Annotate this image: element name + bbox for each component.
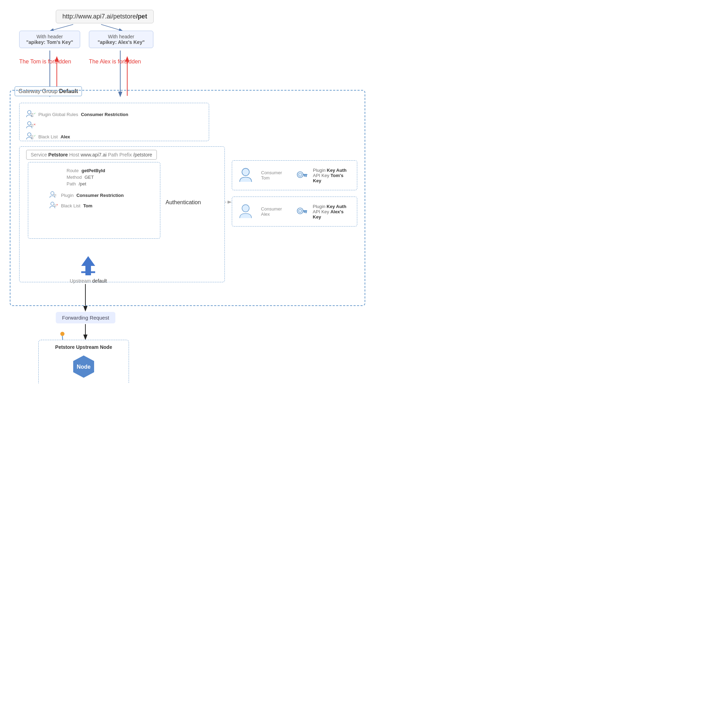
route-name-row: Route getPetById [67, 168, 105, 173]
auth-text: Authentication [166, 199, 201, 205]
service-path-prefix: Path Prefix [108, 152, 133, 158]
route-name: getPetById [82, 168, 105, 173]
header-alex-line2: "apikey: Alex's Key" [98, 40, 145, 45]
route-bl-bold: Tom [83, 203, 92, 208]
svg-line-1 [101, 24, 122, 31]
upstream-label: Upstream default [70, 278, 107, 284]
svg-text:✓: ✓ [34, 135, 35, 137]
upstream-node-box: Petstore Upstream Node Node [38, 340, 129, 383]
consumer-tom-avatar [238, 166, 255, 185]
global-rules-box: ✓ Plugin Global Rules Consumer Restricti… [19, 103, 209, 141]
route-path-row: Path /pet [67, 181, 105, 186]
header-tom-line1: With header [37, 34, 63, 40]
consumer-alex-key-icon [296, 205, 307, 218]
plugin-user-check-icon: ✓ [26, 110, 35, 119]
route-plugin-bold: Consumer Restriction [76, 193, 124, 198]
header-tom-box: With header "apikey: Tom's Key" [19, 31, 80, 48]
svg-point-19 [28, 133, 31, 136]
consumer-tom-apikey: API Key Tom's Key [313, 173, 351, 183]
url-bold: /pet [136, 13, 147, 20]
svg-point-24 [60, 332, 65, 336]
upstream-node-label: Petstore Upstream Node [55, 344, 112, 350]
consumer-tom-box: Consumer Tom Plugin Key Auth API Key Tom… [232, 160, 357, 190]
service-path: /petstore [133, 152, 152, 158]
svg-rect-46 [305, 211, 307, 213]
blacklist-alex-bold: Alex [61, 134, 70, 139]
route-method-row: Method GET [67, 174, 105, 180]
svg-point-36 [242, 168, 249, 176]
global-rules-row2: ✕ [26, 120, 202, 130]
svg-rect-39 [303, 174, 307, 175]
svg-rect-41 [304, 175, 305, 177]
consumer-tom-name: Consumer Tom [261, 170, 290, 180]
route-blacklist-icon: ✕ [49, 201, 58, 210]
route-plugin-prefix: Plugin [61, 193, 73, 198]
forbidden-tom-text: The Tom is forbidden [19, 59, 71, 65]
route-method: GET [84, 174, 94, 180]
consumer-alex-apikey: API Key Alex's Key [312, 209, 351, 220]
global-rules-row3: ✓ Black List Alex [26, 132, 202, 142]
svg-text:✓: ✓ [34, 112, 35, 115]
consumer-section: Consumer Tom Plugin Key Auth API Key Tom… [232, 160, 357, 233]
global-plugin-prefix: Plugin Global Rules [38, 112, 78, 117]
route-path-prefix: Path [67, 181, 76, 186]
consumer-alex-avatar [238, 202, 255, 221]
route-bl-prefix: Black List [61, 203, 81, 208]
consumer-tom-plugin: Plugin Key Auth [313, 168, 351, 173]
consumer-alex-plugin: Plugin Key Auth [312, 204, 351, 209]
header-alex-box: With header "apikey: Alex's Key" [89, 31, 153, 48]
consumer-alex-name: Consumer Alex [261, 206, 290, 217]
service-host-prefix: Host [69, 152, 81, 158]
route-plugin-row: Plugin Consumer Restriction [49, 190, 154, 200]
svg-point-44 [298, 209, 302, 212]
upstream-bold: default [92, 278, 107, 284]
svg-text:✕: ✕ [34, 123, 35, 126]
svg-text:Node: Node [77, 364, 91, 370]
route-method-prefix: Method [67, 174, 82, 180]
url-base: http://www.api7.ai/petstore [62, 13, 136, 20]
service-name: Petstore [48, 152, 68, 158]
consumer-alex-box: Consumer Alex Plugin Key Auth API Key Al… [232, 196, 357, 227]
svg-text:✕: ✕ [56, 203, 58, 206]
route-box: Route getPetById Method GET Path /pet [28, 162, 160, 239]
svg-rect-45 [302, 210, 307, 211]
service-host: www.api7.ai [81, 152, 107, 158]
svg-point-29 [51, 202, 54, 205]
upstream-prefix: Upstream [70, 278, 92, 284]
forwarding-request-box: Forwarding Request [56, 312, 115, 324]
svg-rect-40 [305, 175, 307, 177]
global-rules-row1: ✓ Plugin Global Rules Consumer Restricti… [26, 110, 202, 119]
authentication-label: Authentication [166, 199, 201, 206]
service-prefix: Service [31, 152, 48, 158]
forwarding-text: Forwarding Request [62, 315, 109, 321]
plugin-user-x-icon: ✕ [26, 120, 35, 130]
svg-point-42 [242, 205, 249, 212]
upstream-arrow-icon [78, 256, 99, 275]
route-prefix: Route [67, 168, 79, 173]
svg-line-0 [51, 24, 73, 31]
service-label: Service Petstore Host www.api7.ai Path P… [26, 150, 157, 160]
svg-point-38 [298, 173, 302, 176]
header-tom-line2: "apikey: Tom's Key" [26, 40, 73, 45]
consumer-tom-key-icon [296, 169, 307, 182]
svg-point-15 [28, 122, 31, 125]
global-plugin-bold: Consumer Restriction [81, 112, 128, 117]
url-display: http://www.api7.ai/petstore/pet [56, 10, 154, 23]
hex-node-shape: Node [71, 354, 96, 379]
svg-point-26 [51, 192, 54, 195]
route-plugin-icon [49, 190, 58, 200]
blacklist-alex-prefix: Black List [38, 134, 58, 139]
route-blacklist-row: ✕ Black List Tom [49, 201, 154, 210]
svg-rect-47 [304, 211, 305, 213]
plugin-user-check2-icon: ✓ [26, 132, 35, 142]
header-alex-line1: With header [108, 34, 134, 40]
forbidden-alex-text: The Alex is forbidden [89, 59, 141, 65]
svg-point-10 [28, 110, 31, 114]
upstream-area: Upstream default [70, 256, 107, 284]
route-path: /pet [79, 181, 87, 186]
